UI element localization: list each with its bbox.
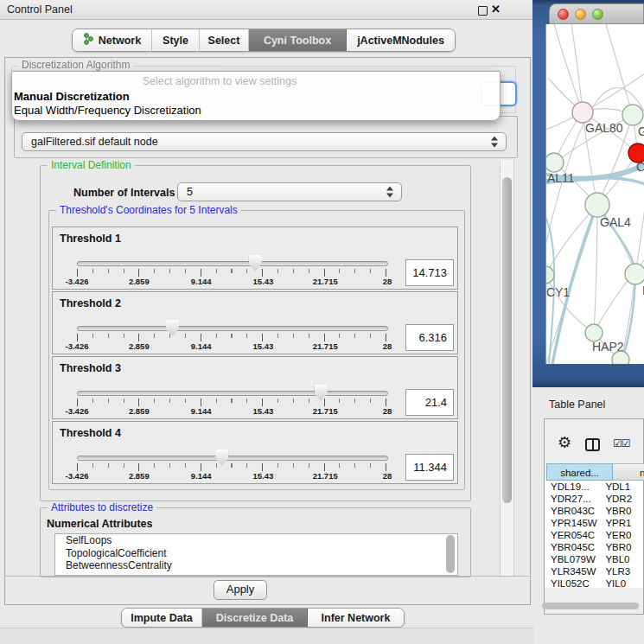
column-header-shared-name[interactable]: shared... — [546, 463, 613, 481]
tick-label: 15.43 — [253, 406, 274, 416]
threshold-slider-track[interactable] — [77, 391, 388, 396]
table-cell[interactable]: YBR045C — [545, 541, 600, 553]
network-node-label: GAL4 — [600, 215, 631, 229]
threshold-slider-track[interactable] — [77, 261, 388, 266]
table-cell[interactable]: YBR043C — [545, 505, 600, 517]
table-cell[interactable]: YER0 — [600, 529, 643, 541]
settings-scrollbar-thumb[interactable] — [502, 177, 512, 503]
tab-discretize-data[interactable]: Discretize Data — [202, 609, 308, 627]
tab-network[interactable]: Network — [73, 29, 152, 51]
numerical-attributes-list[interactable]: SelfLoopsTopologicalCoefficientBetweenne… — [54, 533, 458, 576]
network-node[interactable] — [546, 153, 564, 172]
threshold-value-field[interactable]: 14.713 — [405, 259, 454, 286]
table-row[interactable]: YER054CYER0 — [545, 529, 643, 541]
table-cell[interactable]: YLR345W — [545, 565, 600, 577]
number-of-intervals-value: 5 — [187, 183, 401, 201]
gear-icon[interactable]: ⚙ — [558, 435, 571, 450]
threshold-value-field[interactable]: 6.316 — [405, 324, 454, 351]
network-node[interactable] — [585, 324, 603, 341]
table-row[interactable]: YLR345WYLR3 — [545, 565, 643, 577]
table-cell[interactable]: YBL079W — [545, 553, 600, 565]
table-cell[interactable]: YDL19... — [545, 481, 600, 493]
table-cell[interactable]: YIL0 — [600, 577, 643, 588]
network-node[interactable] — [622, 105, 643, 125]
table-row[interactable]: YDL19...YDL1 — [545, 481, 643, 493]
network-node[interactable] — [572, 102, 593, 123]
table-cell[interactable]: YPR1 — [600, 517, 643, 529]
table-cell[interactable]: YBR0 — [600, 505, 643, 517]
table-row[interactable]: YIL052CYIL0 — [545, 577, 643, 588]
attribute-item[interactable]: SelfLoops — [55, 534, 457, 547]
tick-label: 9.144 — [191, 341, 212, 351]
table-rows: YDL19...YDL1YDR27...YDR2YBR043CYBR0YPR14… — [545, 481, 643, 588]
zoom-window-icon[interactable] — [592, 9, 603, 20]
column-header-name[interactable]: na — [613, 463, 644, 481]
network-node-label: GA — [638, 124, 644, 138]
table-cell[interactable]: YPR145W — [545, 517, 600, 529]
tab-label: jActiveMNodules — [357, 35, 444, 47]
table-cell[interactable]: YER054C — [545, 529, 600, 541]
table-row[interactable]: YBL079WYBL0 — [545, 553, 643, 565]
table-data-value: galFiltered.sif default node — [31, 133, 506, 150]
minimize-window-icon[interactable] — [575, 9, 586, 20]
table-cell[interactable]: YIL052C — [545, 577, 600, 588]
network-node[interactable] — [625, 264, 644, 284]
attributes-list-scrollbar[interactable] — [446, 535, 455, 573]
close-window-icon[interactable] — [558, 9, 569, 20]
table-cell[interactable]: YDL1 — [600, 481, 643, 493]
threshold-slider-track[interactable] — [77, 456, 388, 461]
dropdown-option-equal-width[interactable]: Equal Width/Frequency Discretization — [14, 104, 201, 117]
tab-style[interactable]: Style — [152, 29, 200, 51]
threshold-value-field[interactable]: 11.344 — [405, 454, 454, 481]
divider — [4, 576, 529, 577]
group-title: Interval Definition — [48, 159, 135, 171]
tick-label: 21.715 — [313, 341, 338, 351]
tick-label: 15.43 — [253, 277, 274, 286]
tab-impute-data[interactable]: Impute Data — [122, 609, 202, 627]
table-cell[interactable]: YLR3 — [600, 565, 643, 577]
attribute-item[interactable]: BetweennessCentrality — [55, 559, 457, 572]
table-cell[interactable]: YDR2 — [600, 493, 643, 505]
number-of-intervals-combobox[interactable]: 5 — [177, 182, 402, 201]
network-icon — [83, 33, 94, 48]
table-hscrollbar[interactable] — [542, 603, 639, 609]
tab-select[interactable]: Select — [200, 29, 249, 51]
tab-label: Discretize Data — [216, 612, 294, 624]
table-cell[interactable]: YBR0 — [600, 541, 643, 553]
status-strip — [0, 628, 533, 644]
algorithm-dropdown-popup: Select algorithm to view settings Manual… — [11, 71, 501, 121]
settings-scrollbar-track[interactable] — [500, 160, 514, 576]
split-view-icon[interactable] — [585, 438, 600, 451]
tick-label: 21.715 — [313, 406, 338, 416]
network-node[interactable] — [585, 193, 609, 217]
threshold-slider-track[interactable] — [77, 326, 388, 331]
table-cell[interactable]: YBL0 — [600, 553, 643, 565]
table-cell[interactable]: YDR27... — [545, 493, 600, 505]
table-data-combobox[interactable]: galFiltered.sif default node — [22, 132, 507, 151]
table-row[interactable]: YBR045CYBR0 — [545, 541, 643, 553]
network-node[interactable] — [612, 351, 629, 364]
network-svg: GAL80GACGAL11GAL4GCY1HHAP2 — [546, 24, 644, 364]
float-panel-icon[interactable] — [478, 6, 488, 16]
dropdown-option-manual[interactable]: Manual Discretization — [14, 90, 130, 103]
apply-button[interactable]: Apply — [214, 580, 267, 600]
app-window: Control Panel ✕ Network Style Select — [0, 0, 644, 644]
tab-label: Style — [163, 35, 188, 47]
threshold-label: Threshold 1 — [60, 233, 121, 245]
table-row[interactable]: YBR043CYBR0 — [545, 505, 643, 517]
close-icon[interactable]: ✕ — [491, 3, 501, 16]
network-window-titlebar[interactable] — [549, 3, 644, 24]
number-of-intervals-label: Number of Intervals — [73, 187, 175, 199]
table-row[interactable]: YPR145WYPR1 — [545, 517, 643, 529]
threshold-value-field[interactable]: 21.4 — [405, 389, 454, 416]
network-node[interactable] — [546, 266, 554, 284]
attribute-item[interactable]: TopologicalCoefficient — [55, 547, 457, 560]
network-canvas[interactable]: GAL80GACGAL11GAL4GCY1HHAP2 — [545, 24, 644, 364]
table-row[interactable]: YDR27...YDR2 — [545, 493, 643, 505]
tick-label: 9.144 — [191, 406, 212, 416]
network-desktop: GAL80GACGAL11GAL4GCY1HHAP2 — [532, 0, 644, 387]
tab-jactivemnodules[interactable]: jActiveMNodules — [347, 29, 455, 51]
select-columns-icon[interactable]: ☑☑ — [613, 437, 630, 450]
tab-cyni-toolbox[interactable]: Cyni Toolbox — [249, 29, 347, 51]
tab-infer-network[interactable]: Infer Network — [308, 609, 404, 627]
